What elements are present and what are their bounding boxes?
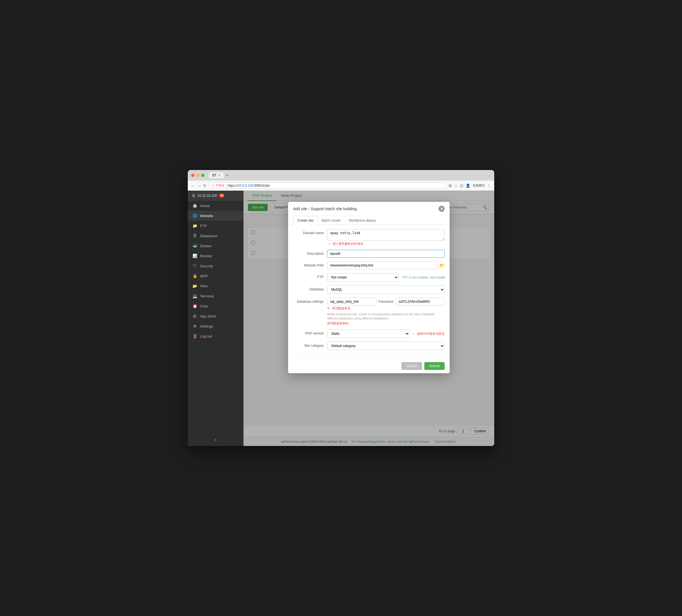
sidebar-item-security[interactable]: 🛡 Security — [188, 261, 244, 271]
site-category-select[interactable]: Default category — [327, 342, 445, 350]
sidebar-item-databases[interactable]: 🗄 Databases — [188, 231, 244, 241]
php-annotation-text: 选择PHP版本为静态 — [417, 332, 445, 336]
security-icon: 🛡 — [192, 264, 197, 268]
cancel-button[interactable]: Cancel — [402, 362, 422, 370]
ftp-row: FTP Not create FTP is not installed, cli… — [293, 273, 445, 282]
sidebar-item-cron[interactable]: ⏰ Cron — [188, 301, 244, 311]
database-select[interactable]: MySQL — [327, 285, 445, 294]
modal-body: Domain name upay.totry.link ← 填入事先解析好的域名 — [288, 225, 450, 358]
waf-icon: 🔒 — [192, 274, 197, 278]
sidebar-item-ftp[interactable]: 📁 FTP — [188, 221, 244, 231]
translate-icon[interactable]: ⊞ — [449, 183, 452, 188]
maximize-window-button[interactable] — [201, 174, 204, 177]
sidebar-label-website: Website — [200, 214, 213, 218]
sidebar-label-docker: Docker — [200, 244, 211, 248]
docker-icon: 🐳 — [192, 244, 197, 248]
ftp-icon: 📁 — [192, 223, 197, 228]
sidebar-item-logout[interactable]: 🚪 Log out — [188, 331, 244, 341]
sidebar-header: 🖥 10.10.10.100 0 — [188, 191, 244, 201]
new-tab-button[interactable]: + — [226, 173, 228, 178]
logout-icon: 🚪 — [192, 334, 197, 338]
sidebar-item-files[interactable]: 📂 Files — [188, 281, 244, 291]
refresh-button[interactable]: ↻ — [203, 183, 207, 188]
settings-icon: ⚙ — [192, 324, 197, 328]
sidebar-item-docker[interactable]: 🐳 Docker — [188, 241, 244, 251]
monitor-nav-icon: 📊 — [192, 254, 197, 258]
browse-folder-icon[interactable]: 📁 — [439, 263, 445, 268]
php-version-select[interactable]: Static — [327, 329, 410, 338]
description-input[interactable] — [327, 250, 445, 258]
website-icon: 🌐 — [192, 214, 197, 218]
modal-tab-wordpress[interactable]: Wordpress deploy — [345, 216, 380, 225]
path-label: Website Path — [293, 261, 324, 267]
create-site-tab-label: Create site — [297, 219, 313, 222]
back-button[interactable]: ← — [191, 183, 195, 188]
files-icon: 📂 — [192, 284, 197, 288]
ftp-group: Not create FTP is not installed, click I… — [327, 273, 445, 282]
sidebar-item-website[interactable]: 🌐 Website — [188, 211, 244, 221]
minimize-window-button[interactable] — [196, 174, 200, 177]
active-browser-tab[interactable]: BT ✕ — [209, 172, 224, 178]
sidebar-label-files: Files — [200, 284, 208, 288]
address-bar[interactable]: ⚠ 不安全 | https://10.0.0.100:99554/site — [209, 182, 446, 189]
sidebar-item-home[interactable]: 🏠 Home — [188, 201, 244, 211]
sidebar-nav: 🏠 Home 🌐 Website 📁 FTP 🗄 Databases 🐳 — [188, 201, 244, 435]
modal-footer: Cancel Submit — [288, 358, 450, 373]
tab-label: BT — [212, 173, 217, 177]
traffic-lights — [191, 174, 204, 177]
sidebar-item-settings[interactable]: ⚙ Settings — [188, 321, 244, 331]
ftp-install-hint[interactable]: FTP is not installed, click Install — [402, 276, 445, 279]
modal-tab-create-site[interactable]: Create site — [293, 216, 318, 225]
sidebar-item-waf[interactable]: 🔒 WAF — [188, 271, 244, 281]
domain-input[interactable]: upay.totry.link — [327, 229, 445, 241]
db-settings-row: Database settings Password ↖ 填写数据库名 — [293, 298, 445, 326]
sidebar-item-appstore[interactable]: ⊞ App Store — [188, 311, 244, 321]
php-label: PHP version — [293, 329, 324, 335]
title-bar: BT ✕ + ⌄ — [188, 170, 494, 181]
modal-tab-batch-create[interactable]: Batch create — [318, 216, 345, 225]
db-name-input[interactable] — [327, 298, 377, 306]
sidebar-item-terminal[interactable]: 💻 Terminal — [188, 291, 244, 301]
arrow-php-icon: ← — [411, 332, 415, 336]
password-label: Password — [379, 300, 393, 304]
modal-header: Add site - Support batch site building ✕ — [288, 202, 450, 216]
split-view-icon[interactable]: ⊡ — [460, 183, 463, 188]
domain-field-wrapper: upay.totry.link ← 填入事先解析好的域名 — [327, 229, 445, 246]
database-row: Database MySQL — [293, 285, 445, 294]
menu-icon[interactable]: ⋮ — [487, 183, 491, 188]
php-annotation: ← 选择PHP版本为静态 — [411, 332, 445, 336]
insecure-label: 不安全 — [215, 183, 225, 188]
db-hint-text: While creating the site, create a corres… — [327, 312, 445, 321]
modal-close-button[interactable]: ✕ — [438, 206, 445, 212]
sidebar-label-security: Security — [200, 264, 213, 268]
forward-button[interactable]: → — [197, 183, 201, 188]
browser-tab-bar: BT ✕ + — [209, 172, 229, 178]
cron-icon: ⏰ — [192, 304, 197, 308]
desc-label: Description — [293, 250, 324, 256]
sidebar-label-terminal: Terminal — [200, 294, 214, 298]
bookmark-icon[interactable]: ☆ — [454, 183, 458, 188]
sidebar-item-monitor[interactable]: 📊 Monitor — [188, 251, 244, 261]
modal-tabs: Create site Batch create Wordpress deplo… — [288, 216, 450, 225]
terminal-icon: 💻 — [192, 294, 197, 298]
site-cat-label: Site category — [293, 342, 324, 348]
url-text: https://10.0.0.100:99554/site — [228, 184, 270, 188]
batch-create-tab-label: Batch create — [322, 219, 340, 222]
nav-bar: ← → ↻ ⚠ 不安全 | https://10.0.0.100:99554/s… — [188, 181, 494, 191]
sidebar-label-databases: Databases — [200, 234, 217, 238]
close-window-button[interactable] — [191, 174, 195, 177]
ftp-select[interactable]: Not create — [327, 273, 399, 282]
submit-button[interactable]: Submit — [424, 362, 445, 370]
description-row: Description — [293, 250, 445, 258]
user-icon[interactable]: 👤 — [465, 183, 470, 188]
sidebar-label-home: Home — [200, 204, 210, 208]
path-input[interactable] — [327, 261, 437, 269]
monitor-icon: 🖥 — [192, 194, 195, 198]
sidebar-label-settings: Settings — [200, 324, 213, 328]
db-password-input[interactable] — [395, 298, 445, 306]
arrow-left-icon: ← — [327, 241, 331, 246]
sidebar-add-button[interactable]: + — [188, 435, 244, 446]
chevron-down-icon[interactable]: ⌄ — [488, 173, 491, 177]
close-tab-icon[interactable]: ✕ — [218, 174, 220, 177]
no-trace-label: 无痕模式 — [473, 183, 485, 188]
